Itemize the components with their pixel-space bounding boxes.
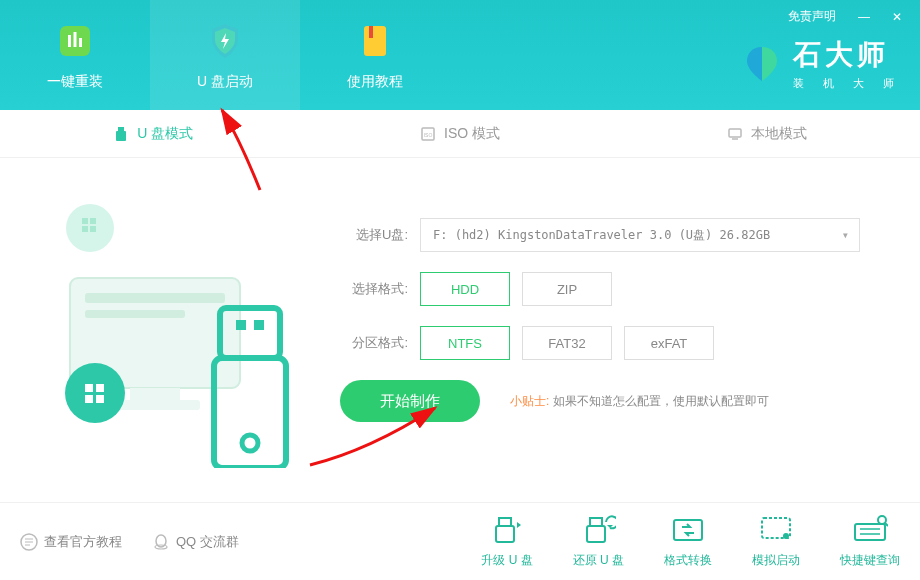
usb-icon	[113, 126, 129, 142]
link-label: QQ 交流群	[176, 533, 239, 551]
format-option-hdd[interactable]: HDD	[420, 272, 510, 306]
brand-title: 石大师	[793, 36, 902, 74]
action-row: 开始制作 小贴士: 如果不知道怎么配置，使用默认配置即可	[340, 380, 860, 422]
disclaimer-link[interactable]: 免责声明	[784, 6, 840, 27]
tool-format-convert[interactable]: 格式转换	[664, 514, 712, 569]
tab-label: ISO 模式	[444, 125, 500, 143]
tab-label: 本地模式	[751, 125, 807, 143]
bars-icon	[54, 20, 96, 62]
svg-point-41	[783, 533, 789, 539]
form-area: 选择U盘: F: (hd2) KingstonDataTraveler 3.0 …	[340, 188, 860, 478]
shield-bolt-icon	[204, 20, 246, 62]
svg-rect-39	[674, 520, 702, 540]
disk-label: 选择U盘:	[340, 226, 420, 244]
chevron-down-icon: ▾	[842, 228, 849, 242]
tool-label: 模拟启动	[752, 552, 800, 569]
nav-label: U 盘启动	[197, 73, 253, 91]
svg-rect-16	[90, 226, 96, 232]
svg-rect-42	[855, 524, 885, 540]
minimize-button[interactable]: —	[854, 8, 874, 26]
qq-icon	[152, 533, 170, 551]
svg-rect-28	[236, 320, 246, 330]
nav-tab-tutorial[interactable]: 使用教程	[300, 0, 450, 110]
svg-rect-13	[82, 218, 88, 224]
svg-rect-19	[85, 310, 185, 318]
svg-rect-20	[130, 388, 180, 400]
svg-point-22	[65, 363, 125, 423]
partition-option-fat32[interactable]: FAT32	[522, 326, 612, 360]
format-label: 选择格式:	[340, 280, 420, 298]
close-button[interactable]: ✕	[888, 8, 906, 26]
svg-rect-4	[364, 26, 386, 56]
main-content: 选择U盘: F: (hd2) KingstonDataTraveler 3.0 …	[0, 158, 920, 498]
tab-label: U 盘模式	[137, 125, 193, 143]
illustration	[40, 188, 300, 478]
svg-rect-38	[587, 526, 605, 542]
tip-label: 小贴士:	[510, 394, 549, 408]
iso-icon: ISO	[420, 126, 436, 142]
start-button[interactable]: 开始制作	[340, 380, 480, 422]
partition-option-ntfs[interactable]: NTFS	[420, 326, 510, 360]
disk-select[interactable]: F: (hd2) KingstonDataTraveler 3.0 (U盘) 2…	[420, 218, 860, 252]
svg-rect-25	[85, 395, 93, 403]
partition-option-exfat[interactable]: exFAT	[624, 326, 714, 360]
tool-upgrade-usb[interactable]: 升级 U 盘	[481, 514, 532, 569]
nav-tab-usb-boot[interactable]: U 盘启动	[150, 0, 300, 110]
svg-rect-37	[590, 518, 602, 526]
svg-rect-7	[116, 131, 126, 141]
brand-logo-area: 石大师 装 机 大 师	[741, 36, 902, 91]
monitor-play-icon	[758, 514, 794, 546]
svg-rect-5	[369, 26, 373, 38]
svg-rect-14	[90, 218, 96, 224]
qq-group-link[interactable]: QQ 交流群	[152, 533, 239, 551]
title-bar: 免责声明 — ✕	[770, 0, 920, 33]
tool-restore-usb[interactable]: 还原 U 盘	[573, 514, 624, 569]
row-format: 选择格式: HDD ZIP	[340, 272, 860, 306]
disk-value: F: (hd2) KingstonDataTraveler 3.0 (U盘) 2…	[433, 227, 770, 244]
brand-subtitle: 装 机 大 师	[793, 76, 902, 91]
svg-point-31	[242, 435, 258, 451]
convert-icon	[670, 514, 706, 546]
svg-rect-36	[496, 526, 514, 542]
svg-rect-26	[96, 395, 104, 403]
app-header: 一键重装 U 盘启动 使用教程 免责声明 — ✕ 石大师 装 机 大 师	[0, 0, 920, 110]
partition-label: 分区格式:	[340, 334, 420, 352]
keyboard-icon	[852, 514, 888, 546]
tip-text: 小贴士: 如果不知道怎么配置，使用默认配置即可	[510, 393, 769, 410]
book-open-icon	[20, 533, 38, 551]
svg-text:ISO: ISO	[424, 132, 433, 138]
tab-local-mode[interactable]: 本地模式	[613, 110, 920, 157]
tool-simulate-boot[interactable]: 模拟启动	[752, 514, 800, 569]
usb-up-icon	[489, 514, 525, 546]
bottom-bar: 查看官方教程 QQ 交流群 升级 U 盘 还原 U 盘 格式转换 模拟启动 快捷…	[0, 502, 920, 580]
svg-point-45	[878, 516, 886, 524]
monitor-icon	[727, 126, 743, 142]
book-icon	[354, 20, 396, 62]
row-select-disk: 选择U盘: F: (hd2) KingstonDataTraveler 3.0 …	[340, 218, 860, 252]
tab-usb-mode[interactable]: U 盘模式	[0, 110, 307, 157]
tool-hotkey-query[interactable]: 快捷键查询	[840, 514, 900, 569]
tool-label: 格式转换	[664, 552, 712, 569]
tool-label: 快捷键查询	[840, 552, 900, 569]
main-nav: 一键重装 U 盘启动 使用教程	[0, 0, 450, 110]
mode-tabs: U 盘模式 ISO ISO 模式 本地模式	[0, 110, 920, 158]
nav-label: 一键重装	[47, 73, 103, 91]
svg-rect-29	[254, 320, 264, 330]
format-option-zip[interactable]: ZIP	[522, 272, 612, 306]
link-label: 查看官方教程	[44, 533, 122, 551]
svg-rect-35	[499, 518, 511, 526]
svg-rect-15	[82, 226, 88, 232]
svg-rect-23	[85, 384, 93, 392]
tool-label: 还原 U 盘	[573, 552, 624, 569]
svg-rect-3	[79, 38, 82, 47]
tool-label: 升级 U 盘	[481, 552, 532, 569]
svg-rect-10	[729, 129, 741, 137]
official-tutorial-link[interactable]: 查看官方教程	[20, 533, 122, 551]
brand-logo-icon	[741, 43, 783, 85]
nav-tab-reinstall[interactable]: 一键重装	[0, 0, 150, 110]
tab-iso-mode[interactable]: ISO ISO 模式	[307, 110, 614, 157]
usb-refresh-icon	[580, 514, 616, 546]
svg-rect-2	[74, 32, 77, 47]
nav-label: 使用教程	[347, 73, 403, 91]
svg-rect-24	[96, 384, 104, 392]
